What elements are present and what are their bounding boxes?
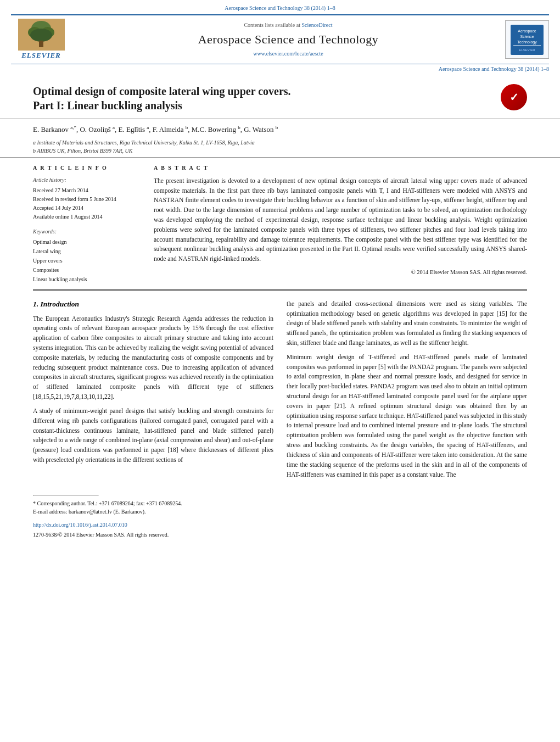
ast-logo-icon: Aerospace Science Technology ELSEVIER	[511, 25, 544, 55]
svg-text:Science: Science	[520, 35, 534, 38]
affil-b: b AIRBUS UK, Filton, Bristol BS99 7AR, U…	[33, 147, 527, 155]
article-info-label: A R T I C L E I N F O	[33, 164, 143, 172]
section1-para1: The European Aeronautics Industry's Stra…	[33, 314, 273, 402]
abstract-copyright: © 2014 Elsevier Masson SAS. All rights r…	[154, 269, 527, 277]
keyword-4: Composites	[33, 265, 143, 275]
keyword-1: Optimal design	[33, 237, 143, 247]
journal-title: Aerospace Science and Technology	[77, 31, 500, 48]
body-section: 1. Introduction The European Aeronautics…	[0, 291, 560, 490]
footnote-section: * Corresponding author. Tel.: +371 67089…	[0, 499, 560, 519]
footnote-divider	[33, 495, 99, 496]
sciencedirect-link: Contents lists available at ScienceDirec…	[77, 21, 500, 29]
accepted-date: Accepted 14 July 2014	[33, 204, 143, 213]
affiliations: a Institute of Materials and Structures,…	[33, 138, 527, 155]
keyword-3: Upper covers	[33, 256, 143, 265]
authors-line: E. Barkanov a,*, O. Ozoliņš a, E. Eglīti…	[33, 124, 527, 135]
elsevier-wordmark: ELSEVIER	[21, 51, 61, 60]
article-title-section: Optimal design of composite lateral wing…	[0, 74, 560, 119]
article-info-bar: Aerospace Science and Technology 38 (201…	[0, 64, 560, 74]
doi-link[interactable]: http://dx.doi.org/10.1016/j.ast.2014.07.…	[0, 519, 560, 531]
footnote-email: E-mail address: barkanov@latnet.lv (E. B…	[33, 507, 527, 516]
journal-url: www.elsevier.com/locate/aescte	[77, 50, 500, 58]
svg-text:ELSEVIER: ELSEVIER	[519, 48, 535, 52]
footnote-contact: * Corresponding author. Tel.: +371 67089…	[33, 499, 527, 507]
history-label: Article history:	[33, 176, 143, 184]
svg-text:Aerospace: Aerospace	[518, 29, 536, 34]
keyword-2: Lateral wing	[33, 247, 143, 256]
body-right: the panels and detailed cross-sectional …	[287, 299, 527, 484]
two-col-section: A R T I C L E I N F O Article history: R…	[0, 157, 560, 289]
keywords-section: Keywords: Optimal design Lateral wing Up…	[33, 228, 143, 284]
section1-para2: A study of minimum-weight panel designs …	[33, 406, 273, 465]
article-title-text: Optimal design of composite lateral wing…	[33, 84, 492, 113]
article-title: Optimal design of composite lateral wing…	[33, 84, 492, 113]
header-row: ELSEVIER Contents lists available at Sci…	[11, 14, 549, 64]
revised-date: Received in revised form 5 June 2014	[33, 195, 143, 204]
page: Aerospace Science and Technology 38 (201…	[0, 0, 560, 742]
keywords-list: Optimal design Lateral wing Upper covers…	[33, 237, 143, 284]
svg-rect-5	[39, 41, 43, 47]
elsevier-logo: ELSEVIER	[11, 19, 71, 60]
authors-section: E. Barkanov a,*, O. Ozoliņš a, E. Eglīti…	[0, 119, 560, 157]
keywords-label: Keywords:	[33, 228, 143, 236]
abstract-label: A B S T R A C T	[154, 164, 527, 172]
affil-a: a Institute of Materials and Structures,…	[33, 138, 527, 147]
section1-right-para2: Minimum weight design of T-stiffened and…	[287, 353, 527, 480]
svg-text:Technology: Technology	[517, 40, 537, 44]
crossmark-icon[interactable]: ✓	[501, 84, 527, 110]
section1-right-para1: the panels and detailed cross-sectional …	[287, 299, 527, 348]
header-center: Contents lists available at ScienceDirec…	[71, 21, 505, 58]
received-date: Received 27 March 2014	[33, 186, 143, 195]
elsevier-tree-icon	[18, 19, 65, 51]
footer-copyright: 1270-9638/© 2014 Elsevier Masson SAS. Al…	[0, 531, 560, 544]
journal-header: Aerospace Science and Technology 38 (201…	[0, 0, 560, 64]
online-date: Available online 1 August 2014	[33, 213, 143, 221]
svg-point-4	[30, 29, 52, 42]
section1-heading: 1. Introduction	[33, 299, 273, 310]
body-left: 1. Introduction The European Aeronautics…	[33, 299, 273, 484]
journal-name-top: Aerospace Science and Technology 38 (201…	[225, 4, 335, 12]
keyword-5: Linear buckling analysis	[33, 275, 143, 284]
left-col: A R T I C L E I N F O Article history: R…	[33, 164, 143, 284]
journal-logo-right: Aerospace Science Technology ELSEVIER	[505, 20, 549, 59]
right-col: A B S T R A C T The present investigatio…	[154, 164, 527, 284]
abstract-text: The present investigation is devoted to …	[154, 176, 527, 264]
